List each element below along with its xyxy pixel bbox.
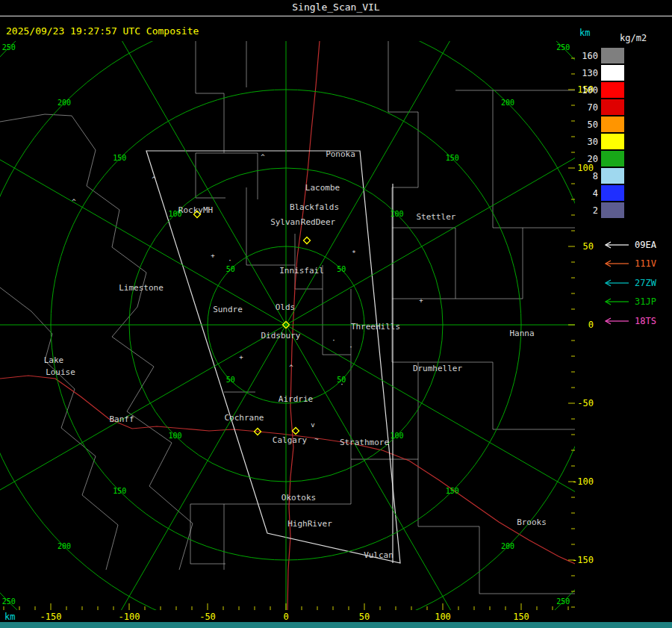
point-marker-icon: · bbox=[349, 343, 352, 351]
radar-site-row: 111V bbox=[602, 255, 656, 274]
radar-site-row: 09EA bbox=[602, 235, 656, 255]
point-marker-icon: ^ bbox=[261, 153, 265, 161]
status-bar bbox=[0, 622, 672, 628]
legend-value: 100 bbox=[576, 85, 598, 96]
bottom-axis-label: 0 bbox=[283, 612, 288, 622]
right-axis-label: -100 bbox=[571, 476, 594, 487]
city-label: Strathmore bbox=[340, 438, 389, 447]
point-marker-icon: + bbox=[211, 252, 215, 259]
point-marker-icon: * bbox=[352, 249, 355, 257]
point-marker-icon: ^ bbox=[152, 175, 156, 183]
point-marker-icon: + bbox=[419, 296, 423, 304]
city-label: Olds bbox=[276, 302, 296, 312]
arrow-left-icon bbox=[602, 240, 630, 249]
right-axis-label: 50 bbox=[571, 241, 594, 252]
scan-timestamp: 2025/09/23 19:27:57 UTC Composite bbox=[6, 25, 199, 37]
bottom-axis-label: -100 bbox=[119, 612, 140, 622]
city-label: HighRiver bbox=[287, 519, 332, 529]
radar-viewer: { "window": { "title": "Single_Scan_VIL"… bbox=[0, 0, 672, 628]
radar-site-row: 18TS bbox=[602, 311, 656, 331]
county-boundary bbox=[455, 90, 523, 299]
radar-map: 5050505010010010010015015015015020020020… bbox=[0, 41, 575, 610]
county-boundary bbox=[418, 459, 575, 594]
point-marker-icon: · bbox=[228, 257, 231, 264]
city-label: Louise bbox=[46, 367, 75, 377]
ring-distance-label: 200 bbox=[501, 542, 514, 550]
legend-unit-label: kg/m2 bbox=[620, 33, 647, 43]
legend-entry: 20 bbox=[576, 151, 647, 167]
point-marker-icon: + bbox=[239, 353, 243, 361]
ring-distance-label: 250 bbox=[556, 43, 570, 52]
highway-line bbox=[293, 435, 575, 564]
city-label: Banff bbox=[109, 414, 134, 424]
legend-value: 4 bbox=[576, 188, 598, 199]
point-marker-icon: ~ bbox=[314, 435, 319, 443]
legend-entry: 70 bbox=[576, 99, 647, 115]
legend-entry: 130 bbox=[576, 65, 647, 81]
city-label: Sylvan bbox=[270, 217, 300, 227]
legend-color-swatch bbox=[601, 99, 624, 115]
radar-site-id: 09EA bbox=[635, 240, 656, 250]
city-label: Ponoka bbox=[326, 149, 355, 159]
legend-entry: 4 bbox=[576, 185, 647, 201]
county-boundary bbox=[190, 504, 224, 570]
county-boundary bbox=[0, 287, 118, 570]
city-label: Blackfalds bbox=[290, 202, 339, 212]
legend-color-swatch bbox=[601, 168, 624, 184]
arrow-left-icon bbox=[602, 279, 630, 287]
legend-entry: 30 bbox=[576, 134, 647, 149]
county-boundary bbox=[0, 114, 193, 570]
city-label: Innisfail bbox=[279, 266, 324, 276]
county-boundary bbox=[392, 228, 455, 299]
city-label: Sundre bbox=[213, 305, 243, 314]
ring-distance-label: 100 bbox=[390, 210, 403, 218]
ring-distance-label: 200 bbox=[57, 99, 71, 107]
right-axis-label: 0 bbox=[571, 320, 594, 330]
county-boundary bbox=[196, 41, 225, 198]
radar-site-row: 27ZW bbox=[602, 273, 656, 293]
county-boundary bbox=[323, 265, 351, 355]
county-boundary bbox=[224, 153, 258, 199]
ring-distance-label: 150 bbox=[113, 487, 126, 495]
city-label: Lake bbox=[44, 355, 64, 365]
city-label: Calgary bbox=[273, 435, 308, 445]
legend-color-swatch bbox=[601, 185, 624, 201]
right-axis-label: -50 bbox=[571, 398, 594, 408]
city-label: Limestone bbox=[119, 283, 164, 293]
window-titlebar: Single_Scan_VIL bbox=[0, 0, 672, 16]
legend-entry: 8 bbox=[576, 168, 647, 184]
point-marker-icon: ^ bbox=[72, 198, 76, 205]
radar-site-row: 31JP bbox=[602, 293, 656, 312]
ring-distance-label: 50 bbox=[226, 376, 235, 384]
city-label: RockyMH bbox=[178, 205, 213, 215]
ring-distance-label: 150 bbox=[446, 487, 459, 495]
city-label: Hanna bbox=[509, 329, 534, 338]
city-label: Brooks bbox=[517, 517, 547, 527]
bottom-axis-label: 150 bbox=[513, 612, 529, 622]
ring-distance-label: 150 bbox=[113, 154, 126, 162]
radar-site-id: 111V bbox=[635, 258, 656, 269]
legend-color-swatch bbox=[601, 202, 624, 218]
legend-value: 30 bbox=[576, 137, 598, 147]
legend-color-swatch bbox=[601, 65, 624, 81]
point-marker-icon: ^ bbox=[289, 364, 293, 371]
legend-rows: 16013010070503020842 bbox=[576, 48, 647, 218]
bottom-axis-label: 50 bbox=[359, 612, 370, 622]
legend-value: 70 bbox=[576, 102, 598, 113]
ring-distance-label: 200 bbox=[57, 542, 71, 550]
city-label: Drumheller bbox=[413, 364, 463, 373]
legend-entry: 50 bbox=[576, 116, 647, 132]
legend-value: 20 bbox=[576, 154, 598, 164]
city-label: Lacombe bbox=[305, 183, 340, 193]
bottom-axis: km -150-100-50050100150 bbox=[0, 612, 672, 622]
city-marker-icon bbox=[292, 427, 299, 434]
ring-distance-label: 250 bbox=[556, 597, 570, 606]
legend-entry: 2 bbox=[576, 202, 647, 218]
legend-value: 130 bbox=[576, 68, 598, 78]
ring-distance-label: 50 bbox=[337, 265, 346, 273]
arrow-left-icon bbox=[602, 317, 630, 326]
radar-site-id: 27ZW bbox=[635, 278, 656, 288]
radar-site-id: 18TS bbox=[635, 316, 656, 326]
ring-distance-label: 100 bbox=[168, 432, 181, 440]
ring-distance-label: 100 bbox=[390, 432, 403, 440]
